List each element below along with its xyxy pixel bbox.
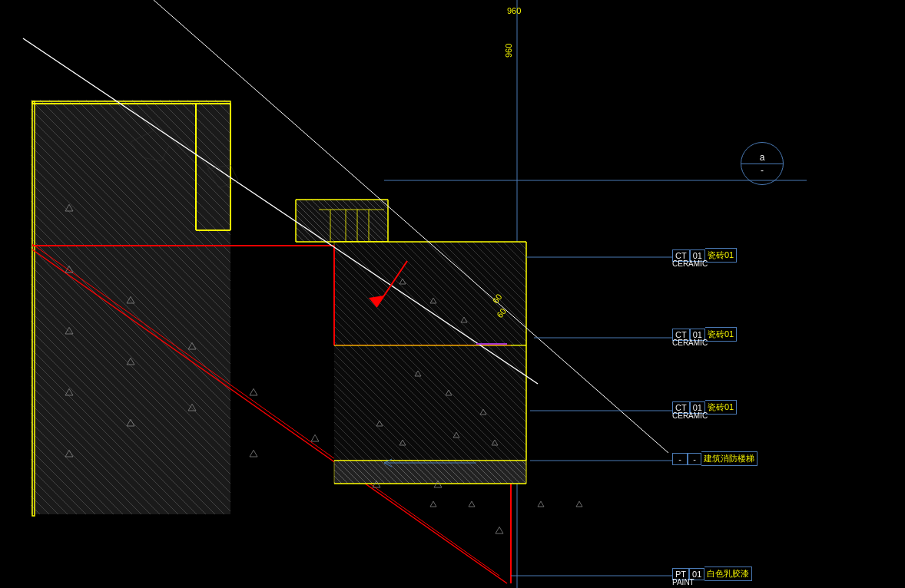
circle-bot-label: -	[761, 164, 764, 176]
circle-top-label: a	[760, 152, 765, 164]
annotation-dash: - - 建筑消防楼梯	[672, 451, 757, 466]
annotation-ct01-mid-sub: CERAMIC	[672, 339, 708, 347]
annotation-ct01-top-sub: CERAMIC	[672, 259, 708, 268]
annotation-ct01-bot-sub: CERAMIC	[672, 411, 708, 420]
annotation-pt01-sub: PAINT	[672, 578, 694, 586]
cad-drawing	[0, 0, 905, 588]
circle-symbol: a -	[741, 142, 784, 185]
dim-960: 960	[507, 6, 521, 15]
